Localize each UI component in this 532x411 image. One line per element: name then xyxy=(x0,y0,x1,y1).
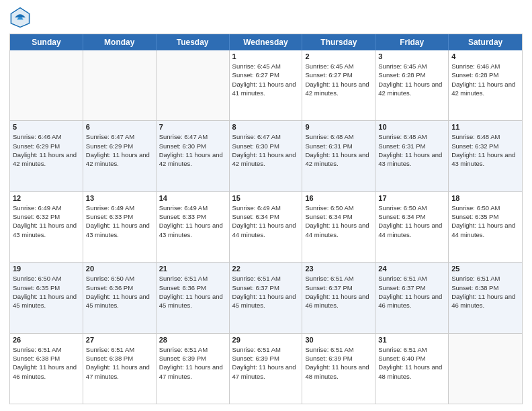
day-info: Sunrise: 6:45 AM Sunset: 6:27 PM Dayligh… xyxy=(232,62,300,97)
day-info: Sunrise: 6:46 AM Sunset: 6:28 PM Dayligh… xyxy=(451,62,519,97)
day-number: 18 xyxy=(451,194,519,202)
day-number: 4 xyxy=(451,52,519,60)
day-info: Sunrise: 6:51 AM Sunset: 6:38 PM Dayligh… xyxy=(86,345,153,381)
day-info: Sunrise: 6:47 AM Sunset: 6:30 PM Dayligh… xyxy=(159,132,226,168)
day-info: Sunrise: 6:50 AM Sunset: 6:34 PM Dayligh… xyxy=(305,203,372,239)
day-number: 23 xyxy=(305,265,372,273)
day-info: Sunrise: 6:45 AM Sunset: 6:27 PM Dayligh… xyxy=(305,62,372,97)
header xyxy=(9,7,523,28)
day-number: 15 xyxy=(232,194,300,202)
calendar-row-1: 1Sunrise: 6:45 AM Sunset: 6:27 PM Daylig… xyxy=(10,50,522,121)
weekday-header-sunday: Sunday xyxy=(10,34,83,50)
calendar-cell-row2-col1: 5Sunrise: 6:46 AM Sunset: 6:29 PM Daylig… xyxy=(10,121,83,191)
calendar-cell-row3-col6: 17Sunrise: 6:50 AM Sunset: 6:34 PM Dayli… xyxy=(375,192,449,262)
calendar-cell-row4-col1: 19Sunrise: 6:50 AM Sunset: 6:35 PM Dayli… xyxy=(10,263,83,332)
day-info: Sunrise: 6:51 AM Sunset: 6:39 PM Dayligh… xyxy=(232,345,300,381)
day-number: 11 xyxy=(451,123,519,131)
day-number: 12 xyxy=(13,194,80,202)
day-info: Sunrise: 6:51 AM Sunset: 6:39 PM Dayligh… xyxy=(305,345,372,381)
calendar-cell-row3-col4: 15Sunrise: 6:49 AM Sunset: 6:34 PM Dayli… xyxy=(230,192,303,262)
day-info: Sunrise: 6:50 AM Sunset: 6:35 PM Dayligh… xyxy=(13,274,80,310)
generalblue-logo-icon xyxy=(9,7,31,28)
calendar-cell-row2-col5: 9Sunrise: 6:48 AM Sunset: 6:31 PM Daylig… xyxy=(302,121,375,191)
day-number: 17 xyxy=(378,194,445,202)
weekday-header-thursday: Thursday xyxy=(302,34,375,50)
weekday-header-friday: Friday xyxy=(375,34,449,50)
calendar-cell-row1-col3 xyxy=(157,50,230,120)
day-number: 28 xyxy=(159,336,226,344)
day-info: Sunrise: 6:48 AM Sunset: 6:31 PM Dayligh… xyxy=(305,132,372,168)
day-info: Sunrise: 6:49 AM Sunset: 6:33 PM Dayligh… xyxy=(159,203,226,239)
calendar-row-5: 26Sunrise: 6:51 AM Sunset: 6:38 PM Dayli… xyxy=(10,334,522,404)
day-info: Sunrise: 6:51 AM Sunset: 6:38 PM Dayligh… xyxy=(13,345,80,381)
calendar-row-4: 19Sunrise: 6:50 AM Sunset: 6:35 PM Dayli… xyxy=(10,263,522,333)
day-info: Sunrise: 6:51 AM Sunset: 6:36 PM Dayligh… xyxy=(159,274,226,310)
page: SundayMondayTuesdayWednesdayThursdayFrid… xyxy=(0,0,532,411)
day-number: 7 xyxy=(159,123,226,131)
day-info: Sunrise: 6:49 AM Sunset: 6:33 PM Dayligh… xyxy=(86,203,153,239)
day-info: Sunrise: 6:51 AM Sunset: 6:39 PM Dayligh… xyxy=(159,345,226,381)
day-info: Sunrise: 6:51 AM Sunset: 6:37 PM Dayligh… xyxy=(232,274,300,310)
weekday-header-monday: Monday xyxy=(83,34,157,50)
calendar-cell-row4-col7: 25Sunrise: 6:51 AM Sunset: 6:38 PM Dayli… xyxy=(449,263,522,332)
day-info: Sunrise: 6:48 AM Sunset: 6:31 PM Dayligh… xyxy=(378,132,445,168)
day-info: Sunrise: 6:50 AM Sunset: 6:34 PM Dayligh… xyxy=(378,203,445,239)
day-number: 3 xyxy=(378,52,445,60)
calendar-cell-row5-col4: 29Sunrise: 6:51 AM Sunset: 6:39 PM Dayli… xyxy=(230,334,303,404)
weekday-header-saturday: Saturday xyxy=(449,34,522,50)
calendar-cell-row2-col7: 11Sunrise: 6:48 AM Sunset: 6:32 PM Dayli… xyxy=(449,121,522,191)
day-info: Sunrise: 6:47 AM Sunset: 6:29 PM Dayligh… xyxy=(86,132,153,168)
day-number: 1 xyxy=(232,52,300,60)
day-number: 29 xyxy=(232,336,300,344)
weekday-header-tuesday: Tuesday xyxy=(157,34,230,50)
day-info: Sunrise: 6:45 AM Sunset: 6:28 PM Dayligh… xyxy=(378,62,445,97)
day-number: 31 xyxy=(378,336,445,344)
calendar-cell-row3-col3: 14Sunrise: 6:49 AM Sunset: 6:33 PM Dayli… xyxy=(157,192,230,262)
calendar-cell-row1-col1 xyxy=(10,50,83,120)
calendar-cell-row5-col5: 30Sunrise: 6:51 AM Sunset: 6:39 PM Dayli… xyxy=(302,334,375,404)
day-info: Sunrise: 6:50 AM Sunset: 6:36 PM Dayligh… xyxy=(86,274,153,310)
day-number: 9 xyxy=(305,123,372,131)
day-info: Sunrise: 6:47 AM Sunset: 6:30 PM Dayligh… xyxy=(232,132,300,168)
day-info: Sunrise: 6:51 AM Sunset: 6:37 PM Dayligh… xyxy=(305,274,372,310)
day-number: 24 xyxy=(378,265,445,273)
day-info: Sunrise: 6:51 AM Sunset: 6:38 PM Dayligh… xyxy=(451,274,519,310)
day-info: Sunrise: 6:49 AM Sunset: 6:32 PM Dayligh… xyxy=(13,203,80,239)
day-number: 6 xyxy=(86,123,153,131)
calendar-cell-row2-col2: 6Sunrise: 6:47 AM Sunset: 6:29 PM Daylig… xyxy=(83,121,157,191)
calendar-row-2: 5Sunrise: 6:46 AM Sunset: 6:29 PM Daylig… xyxy=(10,121,522,191)
calendar-cell-row4-col5: 23Sunrise: 6:51 AM Sunset: 6:37 PM Dayli… xyxy=(302,263,375,332)
day-info: Sunrise: 6:49 AM Sunset: 6:34 PM Dayligh… xyxy=(232,203,300,239)
calendar-cell-row3-col5: 16Sunrise: 6:50 AM Sunset: 6:34 PM Dayli… xyxy=(302,192,375,262)
day-number: 30 xyxy=(305,336,372,344)
day-info: Sunrise: 6:48 AM Sunset: 6:32 PM Dayligh… xyxy=(451,132,519,168)
day-number: 20 xyxy=(86,265,153,273)
day-number: 10 xyxy=(378,123,445,131)
calendar-cell-row4-col3: 21Sunrise: 6:51 AM Sunset: 6:36 PM Dayli… xyxy=(157,263,230,332)
day-number: 21 xyxy=(159,265,226,273)
day-number: 16 xyxy=(305,194,372,202)
day-info: Sunrise: 6:51 AM Sunset: 6:40 PM Dayligh… xyxy=(378,345,445,381)
calendar-cell-row5-col7 xyxy=(449,334,522,404)
day-number: 14 xyxy=(159,194,226,202)
calendar-cell-row2-col4: 8Sunrise: 6:47 AM Sunset: 6:30 PM Daylig… xyxy=(230,121,303,191)
calendar-cell-row4-col6: 24Sunrise: 6:51 AM Sunset: 6:37 PM Dayli… xyxy=(375,263,449,332)
calendar-cell-row4-col2: 20Sunrise: 6:50 AM Sunset: 6:36 PM Dayli… xyxy=(83,263,157,332)
day-info: Sunrise: 6:46 AM Sunset: 6:29 PM Dayligh… xyxy=(13,132,80,168)
day-info: Sunrise: 6:50 AM Sunset: 6:35 PM Dayligh… xyxy=(451,203,519,239)
calendar-cell-row1-col6: 3Sunrise: 6:45 AM Sunset: 6:28 PM Daylig… xyxy=(375,50,449,120)
calendar-cell-row1-col2 xyxy=(83,50,157,120)
calendar-cell-row1-col7: 4Sunrise: 6:46 AM Sunset: 6:28 PM Daylig… xyxy=(449,50,522,120)
calendar-cell-row3-col1: 12Sunrise: 6:49 AM Sunset: 6:32 PM Dayli… xyxy=(10,192,83,262)
calendar-cell-row2-col3: 7Sunrise: 6:47 AM Sunset: 6:30 PM Daylig… xyxy=(157,121,230,191)
day-number: 19 xyxy=(13,265,80,273)
calendar-cell-row1-col5: 2Sunrise: 6:45 AM Sunset: 6:27 PM Daylig… xyxy=(302,50,375,120)
calendar-cell-row3-col2: 13Sunrise: 6:49 AM Sunset: 6:33 PM Dayli… xyxy=(83,192,157,262)
weekday-header-wednesday: Wednesday xyxy=(230,34,303,50)
calendar-row-3: 12Sunrise: 6:49 AM Sunset: 6:32 PM Dayli… xyxy=(10,192,522,263)
day-number: 8 xyxy=(232,123,300,131)
day-number: 26 xyxy=(13,336,80,344)
calendar-cell-row2-col6: 10Sunrise: 6:48 AM Sunset: 6:31 PM Dayli… xyxy=(375,121,449,191)
day-number: 25 xyxy=(451,265,519,273)
day-number: 27 xyxy=(86,336,153,344)
